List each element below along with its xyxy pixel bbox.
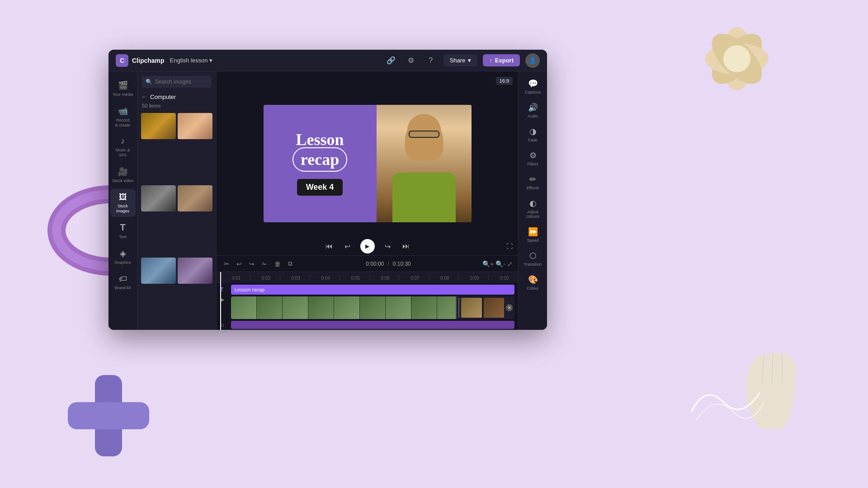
- media-grid: [137, 111, 216, 330]
- fit-button[interactable]: ⤢: [507, 260, 513, 267]
- ruler-mark: 0:08: [429, 275, 458, 281]
- tool-filters[interactable]: ⚙ Filters: [520, 147, 546, 170]
- help-button[interactable]: ?: [424, 53, 438, 68]
- sidebar-item-text[interactable]: T Text: [110, 219, 136, 243]
- speed-icon: ⏩: [528, 227, 538, 237]
- right-toolbar: 💬 Captions 🔊 Audio ◑ Fade ⚙ Filters ✏ Ef…: [518, 71, 547, 330]
- sidebar-item-record-create[interactable]: 📹 Record& create: [110, 103, 136, 131]
- redo-button[interactable]: ↪: [247, 259, 256, 268]
- tool-adjust-colours[interactable]: ◐ Adjust colours: [520, 195, 546, 222]
- images-icon: 🖼: [119, 192, 127, 202]
- search-box[interactable]: 🔍: [142, 76, 212, 88]
- total-time: 0:10:30: [393, 261, 411, 267]
- text-track-content[interactable]: Lesson recap: [231, 285, 514, 295]
- svg-rect-7: [95, 375, 122, 456]
- delete-button[interactable]: 🗑: [273, 259, 283, 268]
- avatar[interactable]: 👤: [525, 53, 540, 68]
- svg-point-1: [703, 25, 770, 92]
- colour-icon: 🎨: [528, 275, 538, 285]
- media-thumbnail[interactable]: [178, 113, 212, 139]
- settings-button[interactable]: ⚙: [404, 53, 418, 68]
- fullscreen-button[interactable]: ⛶: [506, 243, 513, 250]
- effects-icon: ✏: [529, 174, 536, 184]
- skip-back-button[interactable]: ⏮: [324, 240, 335, 252]
- tool-audio[interactable]: 🔊 Audio: [520, 99, 546, 122]
- ruler-mark: 0:04: [310, 275, 340, 281]
- tool-fade[interactable]: ◑ Fade: [520, 123, 546, 146]
- video-thumb: [257, 296, 283, 319]
- undo-scissors-button[interactable]: ✂: [222, 259, 231, 268]
- timeline-tracks: T Lesson recap ▶: [217, 283, 518, 330]
- tool-speed[interactable]: ⏩ Speed: [520, 223, 546, 246]
- zoom-in-button[interactable]: 🔍+: [482, 260, 494, 267]
- search-input[interactable]: [155, 79, 208, 85]
- sidebar-item-graphics[interactable]: ◈ Graphics: [110, 245, 136, 269]
- tool-label-adjust: Adjust colours: [522, 210, 544, 219]
- audio-track-content[interactable]: [231, 321, 514, 329]
- app-body: 🎬 Your media 📹 Record& create ♪ Music & …: [108, 71, 547, 330]
- tool-captions[interactable]: 💬 Captions: [520, 75, 546, 98]
- video-thumb: [334, 296, 360, 319]
- play-button[interactable]: ▶: [360, 239, 375, 253]
- filters-icon: ⚙: [529, 150, 537, 160]
- export-button[interactable]: ↑ Export: [483, 54, 520, 66]
- logo-icon: C: [116, 54, 128, 67]
- sidebar-icons: 🎬 Your media 📹 Record& create ♪ Music & …: [108, 71, 137, 330]
- back-button[interactable]: ←: [141, 93, 147, 100]
- sidebar-item-music-sfx[interactable]: ♪ Music & SFX: [110, 133, 136, 161]
- audio-track-row: ♫: [220, 321, 514, 329]
- tool-effects[interactable]: ✏ Effects: [520, 171, 546, 194]
- duplicate-button[interactable]: ⧉: [286, 259, 294, 268]
- close-clip-button[interactable]: ✕: [506, 304, 513, 311]
- skip-forward-button[interactable]: ⏭: [401, 240, 411, 252]
- rewind-button[interactable]: ↩: [343, 240, 352, 253]
- forward-button[interactable]: ↪: [383, 240, 392, 253]
- tool-label-captions: Captions: [525, 90, 541, 94]
- share-button[interactable]: Share ▾: [443, 54, 478, 66]
- header-actions: 🔗 ⚙ ? Share ▾ ↑ Export 👤: [384, 53, 540, 68]
- aspect-ratio-badge[interactable]: 16:9: [496, 77, 513, 85]
- ruler-mark: 0:07: [399, 275, 429, 281]
- week-badge: Week 4: [297, 179, 343, 196]
- sidebar-item-your-media[interactable]: 🎬 Your media: [110, 77, 136, 101]
- extra-clip[interactable]: ✕: [456, 296, 514, 319]
- header-logo: C Clipchamp: [116, 54, 165, 67]
- timeline-toolbar: ✂ ↩ ↪ ✁ 🗑 ⧉ 0:00:00 / 0:10:30 🔍+ 🔍- ⤢: [217, 256, 518, 272]
- media-thumbnail[interactable]: [141, 258, 176, 284]
- timeline-ruler: 0:01 0:02 0:03 0:04 0:05 0:06 0:07 0:08 …: [217, 272, 518, 283]
- media-thumbnail[interactable]: [178, 185, 212, 211]
- sidebar-label-stock-images: Stock images: [112, 204, 134, 214]
- media-thumbnail[interactable]: [178, 258, 212, 284]
- panel-nav: ← Computer: [137, 90, 216, 103]
- video-right-panel: [377, 105, 472, 222]
- undo-button[interactable]: ↩: [235, 259, 244, 268]
- sidebar-item-stock-images[interactable]: 🖼 Stock images: [110, 189, 136, 217]
- sidebar-item-brand-kit[interactable]: 🏷 Brand kit: [110, 271, 136, 294]
- cut-button[interactable]: ✁: [260, 259, 269, 268]
- brand-icon: 🏷: [119, 274, 127, 284]
- tool-transition[interactable]: ⬡ Transition: [520, 247, 546, 270]
- ruler-mark: 0:05: [340, 275, 369, 281]
- sidebar-label-stock-video: Stock video: [112, 178, 133, 183]
- text-track-label[interactable]: Lesson recap: [231, 285, 514, 295]
- media-thumbnail[interactable]: [141, 185, 176, 211]
- media-thumbnail[interactable]: [141, 113, 176, 139]
- video-thumb: [308, 296, 334, 319]
- zoom-out-button[interactable]: 🔍-: [495, 260, 505, 267]
- lesson-title-line2: recap: [301, 150, 339, 169]
- tool-label-effects: Effects: [527, 186, 539, 190]
- preview-area: 16:9 Lesson recap Week 4: [217, 71, 518, 255]
- captions-icon: 💬: [528, 79, 538, 89]
- playback-controls: ⏮ ↩ ▶ ↪ ⏭: [324, 239, 411, 253]
- ruler-mark: 0:09: [458, 275, 488, 281]
- extra-thumb-1: [461, 298, 482, 318]
- tool-colour[interactable]: 🎨 Colour: [520, 271, 546, 294]
- main-content: 16:9 Lesson recap Week 4: [217, 71, 518, 330]
- tool-label-filters: Filters: [527, 162, 538, 166]
- share-link-button[interactable]: 🔗: [384, 53, 398, 68]
- sidebar-item-stock-video[interactable]: 🎥 Stock video: [110, 163, 136, 187]
- sidebar-label-your-media: Your media: [113, 92, 133, 97]
- media-panel: 🔍 ← Computer 50 items: [137, 71, 217, 330]
- project-name[interactable]: English lesson ▾: [170, 57, 213, 64]
- media-icon: 🎬: [118, 80, 128, 90]
